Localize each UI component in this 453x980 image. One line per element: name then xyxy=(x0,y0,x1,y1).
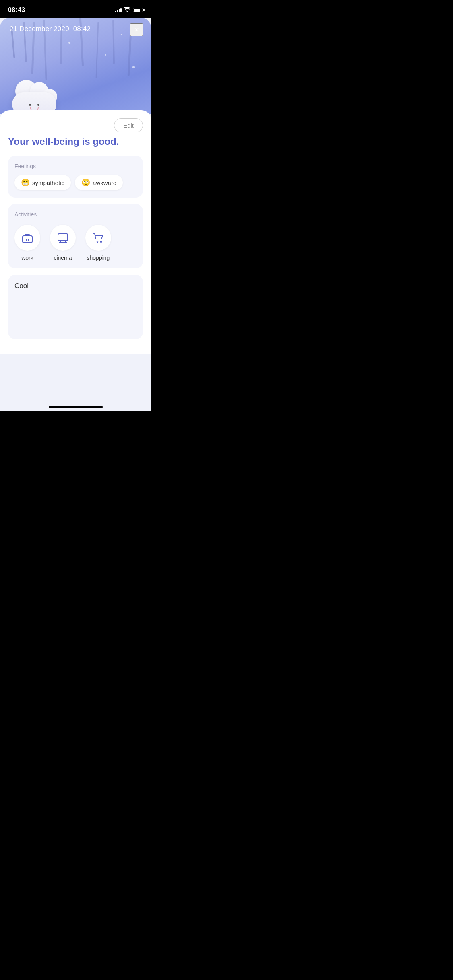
svg-rect-4 xyxy=(58,234,68,241)
home-indicator xyxy=(49,406,103,408)
note-section: Cool xyxy=(8,275,143,339)
feelings-label: Feelings xyxy=(14,163,137,169)
activity-work: work xyxy=(14,225,40,261)
activity-cinema: cinema xyxy=(50,225,76,261)
status-icons xyxy=(115,7,143,13)
feeling-label-sympathetic: sympathetic xyxy=(32,179,64,186)
cinema-icon xyxy=(57,232,69,244)
svg-point-9 xyxy=(97,241,98,243)
work-icon-wrap xyxy=(14,225,40,251)
activity-shopping: shopping xyxy=(85,225,111,261)
feelings-section: Feelings 😁 sympathetic 🙄 awkward xyxy=(8,156,143,198)
feeling-emoji-sympathetic: 😁 xyxy=(21,178,30,187)
header-date: 21 December 2020, 08:42 xyxy=(10,25,91,33)
feeling-chip-sympathetic: 😁 sympathetic xyxy=(14,175,71,190)
feeling-chip-awkward: 🙄 awkward xyxy=(75,175,123,190)
cinema-label: cinema xyxy=(54,255,72,261)
activities-row: work cinema xyxy=(14,223,137,261)
card-section: Edit Your well-being is good. Feelings 😁… xyxy=(0,110,151,354)
feelings-row: 😁 sympathetic 🙄 awkward xyxy=(14,175,137,190)
shopping-icon-wrap xyxy=(85,225,111,251)
cinema-icon-wrap xyxy=(50,225,76,251)
shopping-label: shopping xyxy=(87,255,110,261)
close-button[interactable]: × xyxy=(130,23,143,36)
activities-label: Activities xyxy=(14,211,137,218)
shopping-icon xyxy=(92,232,104,244)
svg-point-10 xyxy=(101,241,102,243)
activities-section: Activities work xyxy=(8,204,143,268)
battery-icon xyxy=(133,8,143,12)
header-background: 21 December 2020, 08:42 × xyxy=(0,18,151,114)
feeling-emoji-awkward: 🙄 xyxy=(81,178,90,187)
work-icon xyxy=(21,232,33,244)
home-indicator-container xyxy=(0,402,151,411)
app-container: 21 December 2020, 08:42 × xyxy=(0,18,151,402)
status-time: 08:43 xyxy=(8,6,25,14)
status-bar: 08:43 xyxy=(0,0,151,18)
signal-icon xyxy=(115,8,122,12)
note-text: Cool xyxy=(14,282,29,290)
edit-button[interactable]: Edit xyxy=(114,118,143,132)
work-label: work xyxy=(21,255,33,261)
cloud-mascot xyxy=(8,82,60,114)
wifi-icon xyxy=(124,7,130,13)
wellbeing-title: Your well-being is good. xyxy=(8,135,143,148)
bottom-area xyxy=(0,354,151,402)
feeling-label-awkward: awkward xyxy=(93,179,116,186)
